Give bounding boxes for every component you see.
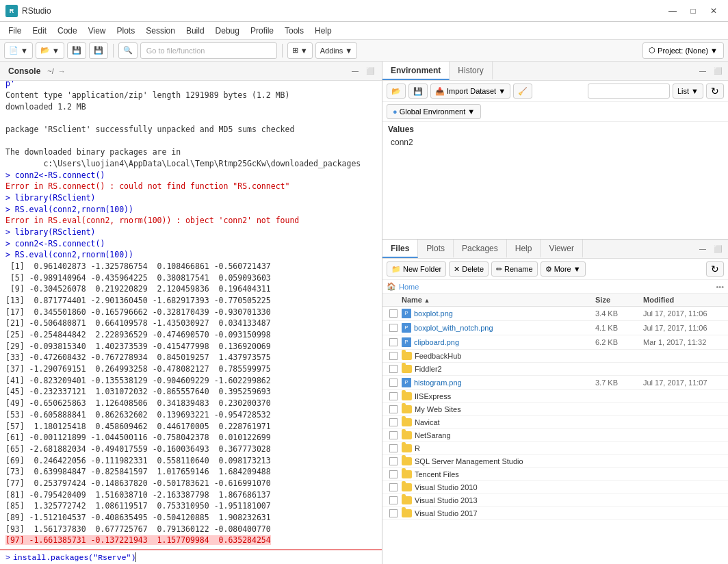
- file-checkbox[interactable]: [385, 431, 402, 439]
- env-load-button[interactable]: 📂: [387, 84, 406, 99]
- console-expand-button[interactable]: [364, 65, 376, 77]
- file-name-cell[interactable]: SQL Server Management Studio: [402, 457, 595, 465]
- env-minimize-button[interactable]: [697, 65, 709, 77]
- save-button[interactable]: 💾: [67, 42, 86, 59]
- file-name-cell[interactable]: Pclipboard.png: [402, 337, 595, 347]
- breadcrumb-home-link[interactable]: Home: [399, 283, 419, 291]
- global-env-button[interactable]: ● Global Environment ▼: [387, 104, 481, 119]
- header-name-col[interactable]: Name: [402, 296, 595, 304]
- file-name-cell[interactable]: Phistogram.png: [402, 378, 595, 387]
- env-expand-button[interactable]: [712, 65, 724, 77]
- file-name-cell[interactable]: Tencent Files: [402, 470, 595, 478]
- file-name-cell[interactable]: FeedbackHub: [402, 352, 595, 360]
- env-refresh-button[interactable]: ↻: [706, 84, 724, 99]
- rename-button[interactable]: ✏ Rename: [491, 261, 538, 277]
- minimize-button[interactable]: [664, 3, 681, 18]
- table-row[interactable]: Phistogram.png 3.7 KB Jul 17, 2017, 11:0…: [382, 376, 728, 390]
- table-row[interactable]: Visual Studio 2013: [382, 494, 728, 507]
- close-button[interactable]: [705, 3, 723, 18]
- import-dataset-button[interactable]: 📥 Import Dataset ▼: [430, 84, 510, 99]
- tab-environment[interactable]: Environment: [382, 62, 450, 80]
- new-file-button[interactable]: 📄 ▼: [4, 42, 33, 59]
- table-row[interactable]: FeedbackHub: [382, 350, 728, 363]
- file-checkbox[interactable]: [385, 483, 402, 491]
- file-checkbox[interactable]: [385, 509, 402, 517]
- tab-history[interactable]: History: [450, 62, 492, 80]
- tab-viewer[interactable]: Viewer: [541, 240, 582, 258]
- menu-edit[interactable]: Edit: [27, 25, 52, 37]
- table-row[interactable]: SQL Server Management Studio: [382, 455, 728, 468]
- table-row[interactable]: R: [382, 442, 728, 455]
- file-checkbox[interactable]: [385, 418, 402, 426]
- list-view-button[interactable]: List ▼: [673, 84, 703, 99]
- menu-tools[interactable]: Tools: [279, 25, 309, 37]
- menu-profile[interactable]: Profile: [245, 25, 279, 37]
- file-checkbox[interactable]: [385, 338, 402, 346]
- table-row[interactable]: Visual Studio 2010: [382, 481, 728, 494]
- file-checkbox[interactable]: [385, 496, 402, 504]
- file-name-cell[interactable]: Pboxplot_with_notch.png: [402, 323, 595, 333]
- file-name-cell[interactable]: Visual Studio 2013: [402, 496, 595, 504]
- table-row[interactable]: Fiddler2: [382, 363, 728, 376]
- tab-plots[interactable]: Plots: [418, 240, 454, 258]
- go-to-file-input[interactable]: Go to file/function: [140, 42, 277, 59]
- file-name-cell[interactable]: Visual Studio 2017: [402, 509, 595, 517]
- tab-packages[interactable]: Packages: [454, 240, 507, 258]
- file-name-cell[interactable]: My Web Sites: [402, 405, 595, 413]
- menu-build[interactable]: Build: [181, 25, 210, 37]
- project-button[interactable]: ⬡ Project: (None) ▼: [642, 42, 724, 59]
- more-button[interactable]: ⚙ More ▼: [541, 261, 586, 277]
- file-name-cell[interactable]: Fiddler2: [402, 365, 595, 373]
- file-name-cell[interactable]: Pboxplot.png: [402, 309, 595, 318]
- tab-files[interactable]: Files: [382, 240, 418, 258]
- table-row[interactable]: Pboxplot.png 3.4 KB Jul 17, 2017, 11:06: [382, 307, 728, 321]
- env-save-button[interactable]: 💾: [408, 84, 428, 99]
- table-row[interactable]: My Web Sites: [382, 403, 728, 416]
- table-row[interactable]: Visual Studio 2017: [382, 507, 728, 520]
- clear-env-button[interactable]: 🧹: [513, 84, 532, 99]
- menu-plots[interactable]: Plots: [112, 25, 141, 37]
- open-button[interactable]: 📂 ▼: [36, 42, 64, 59]
- file-checkbox[interactable]: [385, 392, 402, 400]
- env-search-input[interactable]: [588, 84, 670, 99]
- menu-help[interactable]: Help: [309, 25, 337, 37]
- delete-button[interactable]: ✕ Delete: [449, 261, 489, 277]
- header-modified-col[interactable]: Modified: [643, 296, 725, 304]
- tab-help[interactable]: Help: [507, 240, 541, 258]
- grid-view-button[interactable]: ⊞ ▼: [287, 42, 313, 59]
- go-to-file-button[interactable]: 🔍: [118, 42, 138, 59]
- table-row[interactable]: Pclipboard.png 6.2 KB Mar 1, 2017, 11:32: [382, 335, 728, 350]
- file-checkbox[interactable]: [385, 379, 402, 387]
- console-input-text[interactable]: install.packages("Rserve"): [13, 553, 135, 562]
- menu-view[interactable]: View: [83, 25, 112, 37]
- console-tab-label[interactable]: Console: [5, 65, 43, 77]
- file-name-cell[interactable]: Visual Studio 2010: [402, 483, 595, 491]
- menu-debug[interactable]: Debug: [210, 25, 245, 37]
- menu-code[interactable]: Code: [52, 25, 83, 37]
- menu-session[interactable]: Session: [140, 25, 181, 37]
- table-row[interactable]: Pboxplot_with_notch.png 4.1 KB Jul 17, 2…: [382, 321, 728, 335]
- console-minimize-button[interactable]: [349, 65, 361, 77]
- addins-button[interactable]: Addins ▼: [315, 42, 358, 59]
- file-checkbox[interactable]: [385, 365, 402, 373]
- file-name-cell[interactable]: IISExpress: [402, 392, 595, 400]
- files-refresh-button[interactable]: ↻: [706, 261, 724, 277]
- files-minimize-button[interactable]: [697, 243, 709, 255]
- file-checkbox[interactable]: [385, 352, 402, 360]
- save-all-button[interactable]: 💾: [89, 42, 108, 59]
- file-checkbox[interactable]: [385, 405, 402, 413]
- maximize-button[interactable]: [684, 3, 702, 18]
- table-row[interactable]: Navicat: [382, 416, 728, 429]
- file-checkbox[interactable]: [385, 309, 402, 318]
- file-checkbox[interactable]: [385, 457, 402, 465]
- table-row[interactable]: NetSarang: [382, 429, 728, 442]
- new-folder-button[interactable]: 📁 New Folder: [387, 261, 446, 277]
- file-checkbox[interactable]: [385, 444, 402, 452]
- file-name-cell[interactable]: Navicat: [402, 418, 595, 426]
- menu-file[interactable]: File: [3, 25, 27, 37]
- file-checkbox[interactable]: [385, 324, 402, 332]
- file-name-cell[interactable]: NetSarang: [402, 431, 595, 439]
- file-checkbox[interactable]: [385, 470, 402, 478]
- table-row[interactable]: IISExpress: [382, 390, 728, 403]
- files-expand-button[interactable]: [712, 243, 724, 255]
